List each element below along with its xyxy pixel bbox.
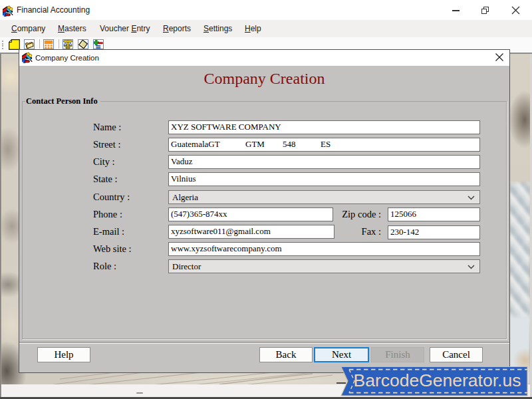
svg-text:BarcodeGenerator.us: BarcodeGenerator.us xyxy=(354,370,521,390)
